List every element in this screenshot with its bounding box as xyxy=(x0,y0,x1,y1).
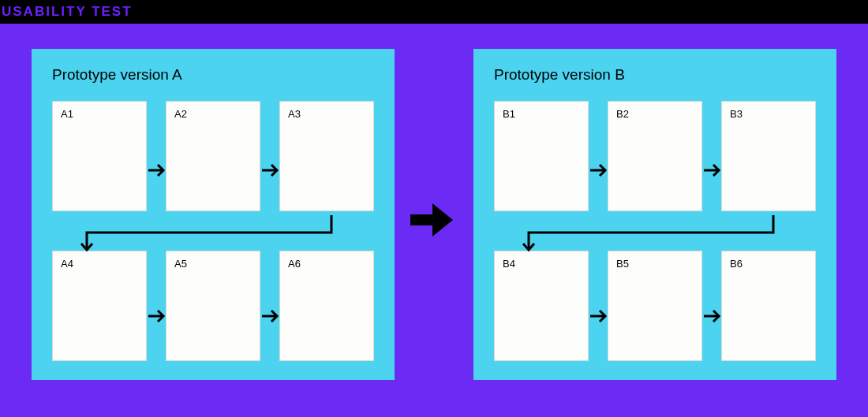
arrow-right-icon xyxy=(702,306,723,326)
screen-b1: B1 xyxy=(494,101,589,211)
arrow-right-icon xyxy=(589,306,609,326)
prototype-panel-b: Prototype version B B1 B2 B3 B4 B5 B6 xyxy=(473,49,836,380)
diagram-stage: Prototype version A A1 A2 A3 A4 A5 A6 xyxy=(0,24,868,417)
screen-a1: A1 xyxy=(52,101,147,211)
screen-b3: B3 xyxy=(721,101,816,211)
panel-b-title: Prototype version B xyxy=(494,66,816,84)
arrow-right-icon xyxy=(147,160,167,181)
header-title: USABILITY TEST xyxy=(2,4,133,20)
screen-b4: B4 xyxy=(494,251,589,361)
screen-a2: A2 xyxy=(166,101,260,211)
header-bar: USABILITY TEST xyxy=(0,0,868,24)
arrow-right-icon xyxy=(260,160,281,181)
screen-a5: A5 xyxy=(166,251,260,361)
screen-a6: A6 xyxy=(279,251,374,361)
screen-b5: B5 xyxy=(608,251,702,361)
screen-a3: A3 xyxy=(279,101,374,211)
flow-connector-icon xyxy=(521,215,789,256)
flow-connector-icon xyxy=(79,215,347,256)
arrow-right-icon xyxy=(702,160,723,181)
arrow-right-icon xyxy=(260,306,281,326)
svg-marker-4 xyxy=(410,203,453,236)
compare-arrow-icon xyxy=(410,203,453,236)
panel-a-title: Prototype version A xyxy=(52,66,374,84)
panel-a-grid: A1 A2 A3 A4 A5 A6 xyxy=(52,101,374,361)
prototype-panel-a: Prototype version A A1 A2 A3 A4 A5 A6 xyxy=(32,49,395,380)
arrow-right-icon xyxy=(147,306,167,326)
panel-b-grid: B1 B2 B3 B4 B5 B6 xyxy=(494,101,816,361)
arrow-right-icon xyxy=(589,160,609,181)
screen-b2: B2 xyxy=(608,101,702,211)
screen-b6: B6 xyxy=(721,251,816,361)
screen-a4: A4 xyxy=(52,251,147,361)
